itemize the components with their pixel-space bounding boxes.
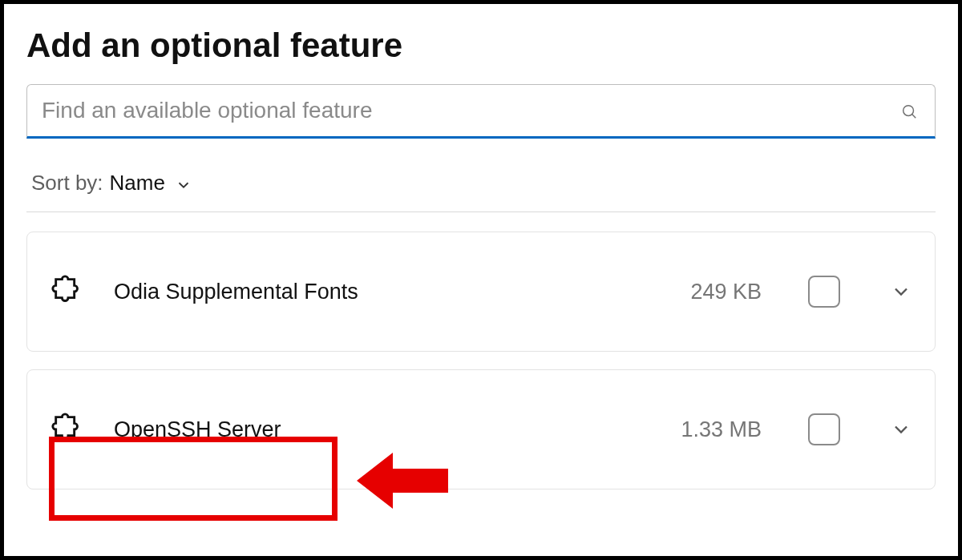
puzzle-icon bbox=[50, 411, 87, 448]
feature-name: OpenSSH Server bbox=[114, 417, 653, 442]
puzzle-icon bbox=[50, 273, 87, 310]
search-field-container bbox=[26, 84, 936, 139]
sort-value: Name bbox=[110, 171, 165, 195]
sort-label: Sort by: bbox=[31, 171, 103, 195]
page-title: Add an optional feature bbox=[26, 26, 936, 65]
feature-list: Odia Supplemental Fonts 249 KB OpenSSH S… bbox=[26, 225, 936, 489]
chevron-down-icon[interactable] bbox=[890, 418, 912, 441]
search-icon bbox=[900, 103, 918, 120]
feature-size: 1.33 MB bbox=[681, 417, 762, 442]
feature-checkbox[interactable] bbox=[808, 276, 840, 308]
svg-point-0 bbox=[903, 106, 914, 116]
chevron-down-icon[interactable] bbox=[890, 280, 912, 303]
feature-item-odia-supplemental-fonts[interactable]: Odia Supplemental Fonts 249 KB bbox=[26, 232, 936, 352]
feature-checkbox[interactable] bbox=[808, 413, 840, 445]
svg-line-1 bbox=[912, 115, 916, 118]
feature-name: Odia Supplemental Fonts bbox=[114, 280, 663, 304]
feature-item-openssh-server[interactable]: OpenSSH Server 1.33 MB bbox=[26, 369, 936, 489]
search-input[interactable] bbox=[26, 84, 936, 139]
chevron-down-icon bbox=[175, 175, 192, 192]
feature-size: 249 KB bbox=[690, 280, 762, 304]
sort-dropdown[interactable]: Sort by: Name bbox=[26, 167, 936, 212]
